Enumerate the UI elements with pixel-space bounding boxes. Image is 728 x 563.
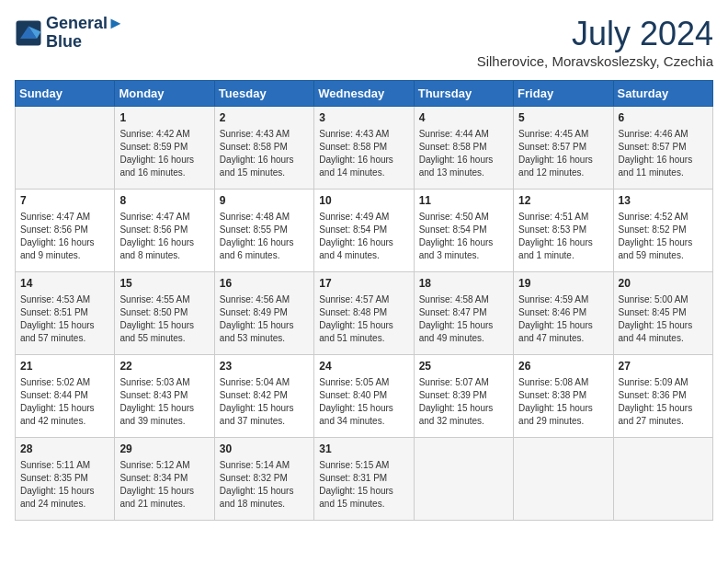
day-info: Sunrise: 4:53 AM Sunset: 8:51 PM Dayligh… [20, 293, 109, 345]
day-number: 17 [319, 276, 408, 292]
day-info: Sunrise: 5:15 AM Sunset: 8:31 PM Dayligh… [319, 459, 408, 511]
calendar-cell: 16Sunrise: 4:56 AM Sunset: 8:49 PM Dayli… [214, 272, 313, 355]
day-number: 19 [518, 276, 608, 292]
calendar-week-row: 28Sunrise: 5:11 AM Sunset: 8:35 PM Dayli… [16, 438, 713, 521]
calendar-header-row: SundayMondayTuesdayWednesdayThursdayFrid… [16, 81, 713, 107]
calendar-week-row: 1Sunrise: 4:42 AM Sunset: 8:59 PM Daylig… [16, 107, 713, 190]
day-info: Sunrise: 4:57 AM Sunset: 8:48 PM Dayligh… [319, 293, 408, 345]
calendar-cell: 17Sunrise: 4:57 AM Sunset: 8:48 PM Dayli… [314, 272, 414, 355]
calendar-cell: 28Sunrise: 5:11 AM Sunset: 8:35 PM Dayli… [16, 438, 115, 521]
day-number: 1 [119, 110, 209, 126]
day-info: Sunrise: 4:47 AM Sunset: 8:56 PM Dayligh… [20, 211, 109, 262]
day-info: Sunrise: 5:05 AM Sunset: 8:40 PM Dayligh… [319, 376, 408, 428]
calendar-cell: 5Sunrise: 4:45 AM Sunset: 8:57 PM Daylig… [514, 107, 613, 190]
calendar-cell: 20Sunrise: 5:00 AM Sunset: 8:45 PM Dayli… [613, 272, 712, 355]
day-info: Sunrise: 4:50 AM Sunset: 8:54 PM Dayligh… [419, 211, 508, 262]
day-number: 31 [319, 442, 408, 457]
calendar-cell: 27Sunrise: 5:09 AM Sunset: 8:36 PM Dayli… [613, 355, 712, 438]
day-info: Sunrise: 5:02 AM Sunset: 8:44 PM Dayligh… [20, 376, 109, 428]
day-number: 29 [119, 442, 209, 457]
day-info: Sunrise: 4:51 AM Sunset: 8:53 PM Dayligh… [518, 211, 608, 262]
calendar-day-header: Wednesday [314, 81, 414, 107]
day-number: 27 [619, 359, 708, 374]
day-number: 23 [220, 359, 309, 374]
calendar-cell: 30Sunrise: 5:14 AM Sunset: 8:32 PM Dayli… [214, 438, 313, 521]
calendar-cell: 24Sunrise: 5:05 AM Sunset: 8:40 PM Dayli… [314, 355, 414, 438]
calendar-cell: 22Sunrise: 5:03 AM Sunset: 8:43 PM Dayli… [115, 355, 214, 438]
day-number: 2 [220, 110, 309, 126]
day-number: 12 [518, 193, 608, 209]
day-info: Sunrise: 4:42 AM Sunset: 8:59 PM Dayligh… [119, 128, 209, 179]
day-number: 20 [619, 276, 708, 292]
calendar-day-header: Friday [514, 81, 613, 107]
calendar-cell: 12Sunrise: 4:51 AM Sunset: 8:53 PM Dayli… [514, 190, 613, 272]
day-number: 5 [518, 110, 608, 126]
day-info: Sunrise: 5:08 AM Sunset: 8:38 PM Dayligh… [518, 376, 608, 428]
day-number: 30 [220, 442, 309, 457]
logo-icon [15, 19, 42, 47]
day-number: 6 [619, 110, 708, 126]
calendar-day-header: Sunday [16, 81, 115, 107]
logo-text: General► Blue [46, 15, 124, 52]
calendar-cell: 18Sunrise: 4:58 AM Sunset: 8:47 PM Dayli… [414, 272, 513, 355]
day-number: 14 [20, 276, 109, 292]
calendar-week-row: 7Sunrise: 4:47 AM Sunset: 8:56 PM Daylig… [16, 190, 713, 272]
day-number: 26 [518, 359, 608, 374]
day-number: 18 [419, 276, 508, 292]
location: Silherovice, Moravskoslezsky, Czechia [477, 53, 713, 69]
day-info: Sunrise: 4:46 AM Sunset: 8:57 PM Dayligh… [619, 128, 708, 179]
logo: General► Blue [15, 15, 124, 52]
calendar-cell: 19Sunrise: 4:59 AM Sunset: 8:46 PM Dayli… [514, 272, 613, 355]
day-number: 22 [119, 359, 209, 374]
day-number: 16 [220, 276, 309, 292]
calendar-cell: 13Sunrise: 4:52 AM Sunset: 8:52 PM Dayli… [613, 190, 712, 272]
day-number: 8 [119, 193, 209, 209]
day-info: Sunrise: 5:04 AM Sunset: 8:42 PM Dayligh… [220, 376, 309, 428]
day-info: Sunrise: 4:55 AM Sunset: 8:50 PM Dayligh… [119, 293, 209, 345]
day-info: Sunrise: 5:03 AM Sunset: 8:43 PM Dayligh… [119, 376, 209, 428]
day-number: 10 [319, 193, 408, 209]
calendar-cell: 9Sunrise: 4:48 AM Sunset: 8:55 PM Daylig… [214, 190, 313, 272]
calendar-cell: 26Sunrise: 5:08 AM Sunset: 8:38 PM Dayli… [514, 355, 613, 438]
month-title: July 2024 [477, 15, 713, 53]
day-info: Sunrise: 4:49 AM Sunset: 8:54 PM Dayligh… [319, 211, 408, 262]
calendar-cell: 15Sunrise: 4:55 AM Sunset: 8:50 PM Dayli… [115, 272, 214, 355]
calendar-cell: 25Sunrise: 5:07 AM Sunset: 8:39 PM Dayli… [414, 355, 513, 438]
day-info: Sunrise: 4:45 AM Sunset: 8:57 PM Dayligh… [518, 128, 608, 179]
calendar-cell: 14Sunrise: 4:53 AM Sunset: 8:51 PM Dayli… [16, 272, 115, 355]
day-info: Sunrise: 4:58 AM Sunset: 8:47 PM Dayligh… [419, 293, 508, 345]
calendar-day-header: Thursday [414, 81, 513, 107]
calendar-day-header: Tuesday [214, 81, 313, 107]
calendar-cell [514, 438, 613, 521]
calendar-cell: 23Sunrise: 5:04 AM Sunset: 8:42 PM Dayli… [214, 355, 313, 438]
day-info: Sunrise: 4:52 AM Sunset: 8:52 PM Dayligh… [619, 211, 708, 262]
calendar-cell [613, 438, 712, 521]
day-info: Sunrise: 4:43 AM Sunset: 8:58 PM Dayligh… [319, 128, 408, 179]
day-number: 4 [419, 110, 508, 126]
day-number: 3 [319, 110, 408, 126]
calendar-cell: 7Sunrise: 4:47 AM Sunset: 8:56 PM Daylig… [16, 190, 115, 272]
day-number: 25 [419, 359, 508, 374]
calendar-cell: 11Sunrise: 4:50 AM Sunset: 8:54 PM Dayli… [414, 190, 513, 272]
day-info: Sunrise: 5:07 AM Sunset: 8:39 PM Dayligh… [419, 376, 508, 428]
calendar-day-header: Saturday [613, 81, 712, 107]
calendar-cell: 29Sunrise: 5:12 AM Sunset: 8:34 PM Dayli… [115, 438, 214, 521]
calendar-week-row: 14Sunrise: 4:53 AM Sunset: 8:51 PM Dayli… [16, 272, 713, 355]
day-info: Sunrise: 4:56 AM Sunset: 8:49 PM Dayligh… [220, 293, 309, 345]
calendar-cell: 31Sunrise: 5:15 AM Sunset: 8:31 PM Dayli… [314, 438, 414, 521]
day-info: Sunrise: 5:09 AM Sunset: 8:36 PM Dayligh… [619, 376, 708, 428]
calendar-cell: 6Sunrise: 4:46 AM Sunset: 8:57 PM Daylig… [613, 107, 712, 190]
calendar-table: SundayMondayTuesdayWednesdayThursdayFrid… [15, 80, 713, 521]
day-info: Sunrise: 4:43 AM Sunset: 8:58 PM Dayligh… [220, 128, 309, 179]
day-number: 9 [220, 193, 309, 209]
day-number: 7 [20, 193, 109, 209]
day-info: Sunrise: 5:11 AM Sunset: 8:35 PM Dayligh… [20, 459, 109, 511]
calendar-week-row: 21Sunrise: 5:02 AM Sunset: 8:44 PM Dayli… [16, 355, 713, 438]
day-number: 24 [319, 359, 408, 374]
calendar-cell: 10Sunrise: 4:49 AM Sunset: 8:54 PM Dayli… [314, 190, 414, 272]
day-info: Sunrise: 5:14 AM Sunset: 8:32 PM Dayligh… [220, 459, 309, 511]
calendar-cell: 2Sunrise: 4:43 AM Sunset: 8:58 PM Daylig… [214, 107, 313, 190]
calendar-day-header: Monday [115, 81, 214, 107]
calendar-cell: 21Sunrise: 5:02 AM Sunset: 8:44 PM Dayli… [16, 355, 115, 438]
day-number: 21 [20, 359, 109, 374]
